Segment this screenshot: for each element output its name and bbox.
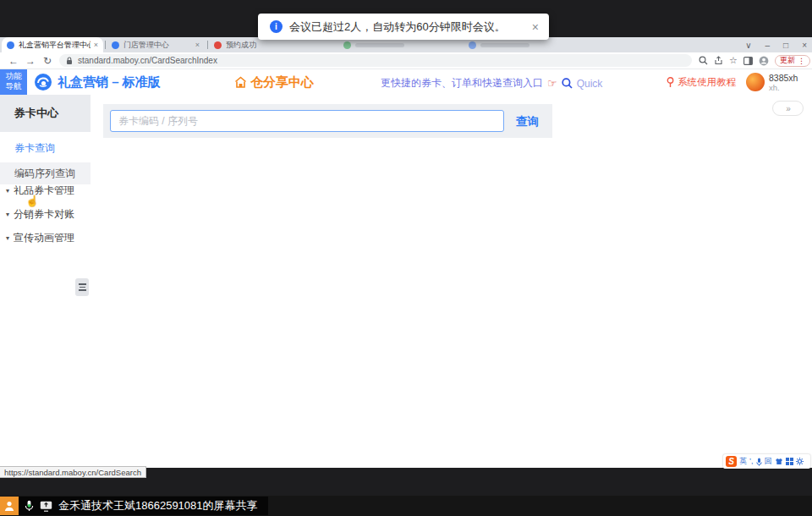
tab-label: 礼盒营销平台管理中心 <box>19 40 91 51</box>
toolbar-right-icons: ☆ 更新 ⋮ <box>699 55 810 67</box>
sidebar-collapse-handle[interactable] <box>75 278 89 296</box>
mic-active-icon[interactable] <box>25 500 34 512</box>
bookmark-star-icon[interactable]: ☆ <box>729 55 738 66</box>
screen-share-bar: 金禾通技术王斌18662591081的屏幕共享 <box>0 497 268 515</box>
restore-button[interactable]: □ <box>783 41 788 50</box>
sidebar-group-label: 礼品券卡管理 <box>14 184 74 198</box>
main-content: 查询 » <box>91 95 812 468</box>
toast-close-icon[interactable]: × <box>530 20 540 34</box>
mouse-hand-cursor: ☝ <box>25 195 39 207</box>
tab-separator <box>207 41 208 49</box>
browser-window: 礼盒营销平台管理中心 × 门店管理中心 × 预约成功 <box>0 37 812 468</box>
quick-entry-text: 更快捷的券卡、订单和快递查询入口 <box>381 76 543 91</box>
info-icon: i <box>270 20 283 33</box>
sogou-logo-icon[interactable]: S <box>726 456 737 467</box>
reload-icon[interactable]: ↻ <box>39 55 56 67</box>
site-favicon <box>214 41 222 49</box>
screen: 礼盒营销平台管理中心 × 门店管理中心 × 预约成功 <box>0 0 812 516</box>
share-bar-text: 金禾通技术王斌18662591081的屏幕共享 <box>58 498 258 513</box>
search-button[interactable]: 查询 <box>516 114 539 129</box>
profile-avatar-icon[interactable] <box>759 56 769 66</box>
tab-gift-box-admin[interactable]: 礼盒营销平台管理中心 × <box>2 37 103 52</box>
browser-toolbar: ← → ↻ standard.maboy.cn/CardSearchIndex <box>0 52 812 69</box>
site-favicon <box>112 41 119 49</box>
sidebar-group-gift-card-mgmt[interactable]: ▾ 礼品券卡管理 <box>0 181 91 200</box>
user-name: 8385xh <box>769 73 798 83</box>
sidebar-group-distribution-reconcile[interactable]: ▾ 分销券卡对账 <box>0 205 91 223</box>
ime-mic-icon[interactable] <box>756 458 762 466</box>
tab-label: 预约成功 <box>226 40 294 51</box>
tab-store-admin[interactable]: 门店管理中心 × <box>107 37 205 52</box>
nav-toggle-line1: 功能 <box>0 71 27 81</box>
quick-search-icon <box>562 78 573 89</box>
kebab-menu-icon: ⋮ <box>798 57 805 65</box>
back-icon[interactable]: ← <box>5 55 22 67</box>
ime-punctuation-icon[interactable]: ’, <box>749 458 754 465</box>
tab-close-icon[interactable]: × <box>94 41 98 49</box>
share-icon[interactable] <box>714 56 723 65</box>
app-header: 功能 导航 礼盒营销 – 标准版 仓分享中心 更快捷的券卡、订单和快递查询入口 <box>0 69 812 95</box>
sidebar-item-card-search[interactable]: 券卡查询 <box>0 137 91 159</box>
sidebar-item-label: 券卡查询 <box>14 141 55 156</box>
url-text: standard.maboy.cn/CardSearchIndex <box>78 56 217 65</box>
tab-separator <box>105 41 106 49</box>
pin-icon <box>667 77 674 88</box>
sidebar-group-label: 宣传动画管理 <box>14 231 74 245</box>
presenter-avatar-icon <box>0 497 19 515</box>
user-avatar[interactable] <box>746 73 765 91</box>
tab-close-icon[interactable]: × <box>195 41 200 49</box>
nav-toggle-line2: 导航 <box>0 81 27 91</box>
pointing-finger-icon: ☞ <box>547 77 557 90</box>
ime-skin-icon[interactable] <box>775 458 783 465</box>
app-logo-icon <box>34 73 52 91</box>
sidebar: 券卡中心 券卡查询 编码序列查询 ▾ 礼品券卡管理 ▾ 分销券卡对账 ▾ <box>0 95 91 468</box>
app-title: 礼盒营销 – 标准版 <box>58 74 161 91</box>
share-center-link[interactable]: 仓分享中心 <box>234 74 314 91</box>
lock-icon <box>66 57 73 65</box>
chevron-down-icon[interactable]: ∨ <box>745 41 751 50</box>
caret-down-icon: ▾ <box>6 187 9 195</box>
search-panel: 查询 <box>103 104 552 138</box>
ime-toolbox-grid-icon[interactable] <box>786 458 793 465</box>
tutorial-label: 系统使用教程 <box>678 76 736 89</box>
tab-label-obscured <box>355 43 404 47</box>
sidebar-group-label: 分销券卡对账 <box>14 207 74 222</box>
share-center-label: 仓分享中心 <box>250 74 314 91</box>
close-button[interactable]: × <box>802 41 807 50</box>
tab-label-obscured <box>480 43 529 47</box>
function-nav-toggle[interactable]: 功能 导航 <box>0 69 27 95</box>
site-favicon <box>469 41 476 49</box>
zoom-icon[interactable] <box>699 56 708 65</box>
link-status-tooltip: https://standard.maboy.cn/CardSearch <box>0 466 146 478</box>
warehouse-icon <box>234 76 247 89</box>
side-panel-icon[interactable] <box>743 57 753 65</box>
chrome-update-chip[interactable]: 更新 ⋮ <box>775 55 810 67</box>
address-bar[interactable]: standard.maboy.cn/CardSearchIndex <box>59 54 692 67</box>
ime-settings-gear-icon[interactable] <box>796 458 804 465</box>
chevrons-right-icon: » <box>786 104 790 113</box>
workspace: 券卡中心 券卡查询 编码序列查询 ▾ 礼品券卡管理 ▾ 分销券卡对账 ▾ <box>0 95 812 468</box>
sidebar-group-promo-animation[interactable]: ▾ 宣传动画管理 <box>0 228 91 247</box>
screen-share-icon[interactable] <box>40 501 52 512</box>
user-subname: xh. <box>769 83 780 92</box>
quick-entry-link[interactable]: 更快捷的券卡、订单和快递查询入口 ☞ Quick <box>381 76 602 91</box>
forward-icon[interactable]: → <box>22 55 39 67</box>
right-panel-toggle[interactable]: » <box>772 101 804 116</box>
update-label: 更新 <box>780 55 795 66</box>
card-search-input[interactable] <box>110 110 504 132</box>
status-url-text: https://standard.maboy.cn/CardSearch <box>4 468 141 477</box>
site-favicon <box>343 41 351 49</box>
site-favicon <box>7 41 14 49</box>
quick-label: Quick <box>577 78 603 90</box>
window-controls: ∨ – □ × <box>745 37 807 52</box>
ime-language-mode-icon[interactable]: 英 <box>739 458 747 465</box>
minimize-button[interactable]: – <box>765 41 771 50</box>
ime-soft-keyboard-icon[interactable]: 回 <box>765 458 772 465</box>
toast-message: 会议已超过2人，自动转为60分钟限时会议。 <box>289 19 530 35</box>
tab-label: 门店管理中心 <box>123 40 192 51</box>
sidebar-item-label: 编码序列查询 <box>14 167 75 181</box>
sidebar-header: 券卡中心 <box>0 95 91 132</box>
sogou-ime-toolbar[interactable]: S 英 ’, 回 <box>723 454 810 469</box>
meeting-toast: i 会议已超过2人，自动转为60分钟限时会议。 × <box>258 14 549 40</box>
tutorial-link[interactable]: 系统使用教程 <box>667 76 736 89</box>
